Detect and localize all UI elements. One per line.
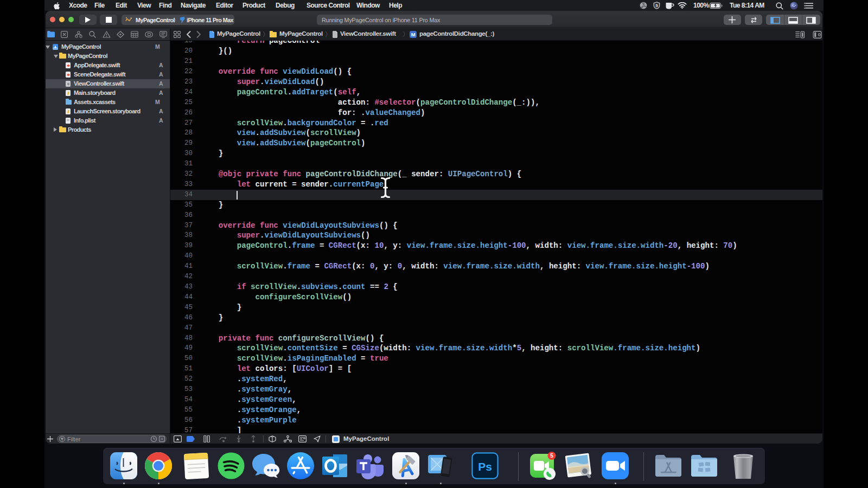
svg-text:5: 5 [655,3,658,8]
svg-text:5: 5 [550,453,553,459]
svg-text:Ps: Ps [478,460,492,473]
